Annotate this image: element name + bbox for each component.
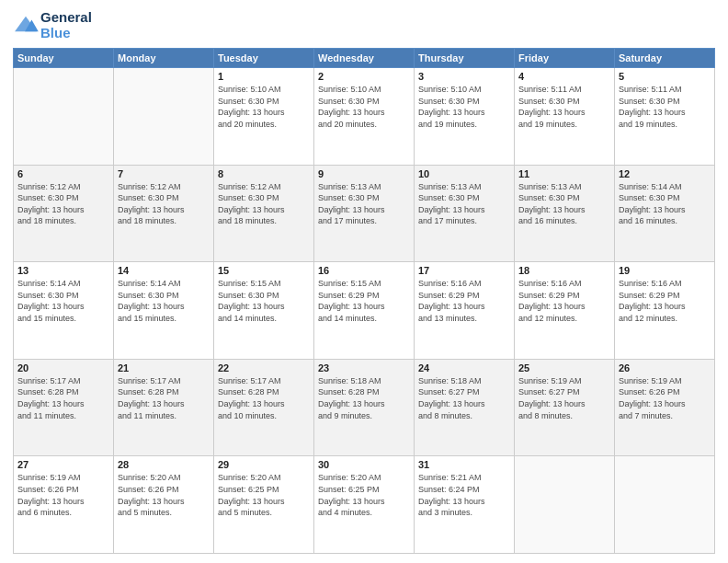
day-number: 7 [118,168,210,179]
day-content: Sunrise: 5:18 AM Sunset: 6:28 PM Dayligh… [318,375,410,421]
day-number: 4 [518,71,610,82]
day-number: 8 [218,168,310,179]
day-content: Sunrise: 5:12 AM Sunset: 6:30 PM Dayligh… [17,181,109,227]
calendar-cell: 24Sunrise: 5:18 AM Sunset: 6:27 PM Dayli… [415,359,515,456]
calendar-cell [615,456,715,554]
day-number: 26 [619,362,711,373]
day-number: 18 [518,265,610,276]
day-content: Sunrise: 5:17 AM Sunset: 6:28 PM Dayligh… [17,375,109,421]
day-content: Sunrise: 5:10 AM Sunset: 6:30 PM Dayligh… [218,84,310,130]
calendar-cell: 9Sunrise: 5:13 AM Sunset: 6:30 PM Daylig… [314,165,415,262]
calendar-cell: 23Sunrise: 5:18 AM Sunset: 6:28 PM Dayli… [314,359,415,456]
day-content: Sunrise: 5:11 AM Sunset: 6:30 PM Dayligh… [518,84,610,130]
calendar-cell: 14Sunrise: 5:14 AM Sunset: 6:30 PM Dayli… [114,262,214,360]
weekday-header-monday: Monday [114,49,214,68]
calendar-cell: 28Sunrise: 5:20 AM Sunset: 6:26 PM Dayli… [114,456,214,554]
day-content: Sunrise: 5:19 AM Sunset: 6:27 PM Dayligh… [518,375,610,421]
day-content: Sunrise: 5:19 AM Sunset: 6:26 PM Dayligh… [17,472,109,518]
calendar-cell: 11Sunrise: 5:13 AM Sunset: 6:30 PM Dayli… [515,165,615,262]
day-number: 3 [418,71,510,82]
calendar-cell: 17Sunrise: 5:16 AM Sunset: 6:29 PM Dayli… [415,262,515,360]
day-number: 5 [619,71,711,82]
day-number: 25 [518,362,610,373]
day-number: 28 [118,459,210,470]
weekday-header-thursday: Thursday [415,49,515,68]
day-number: 2 [318,71,410,82]
day-number: 1 [218,71,310,82]
day-content: Sunrise: 5:14 AM Sunset: 6:30 PM Dayligh… [118,278,210,324]
day-number: 9 [318,168,410,179]
day-content: Sunrise: 5:20 AM Sunset: 6:25 PM Dayligh… [218,472,310,518]
day-number: 22 [218,362,310,373]
calendar-cell: 8Sunrise: 5:12 AM Sunset: 6:30 PM Daylig… [214,165,314,262]
weekday-header-wednesday: Wednesday [314,49,415,68]
day-number: 12 [619,168,711,179]
week-row-3: 13Sunrise: 5:14 AM Sunset: 6:30 PM Dayli… [14,262,715,360]
day-content: Sunrise: 5:17 AM Sunset: 6:28 PM Dayligh… [218,375,310,421]
logo: General Blue [13,9,92,40]
calendar-cell [515,456,615,554]
calendar-cell: 15Sunrise: 5:15 AM Sunset: 6:30 PM Dayli… [214,262,314,360]
day-content: Sunrise: 5:20 AM Sunset: 6:26 PM Dayligh… [118,472,210,518]
day-number: 17 [418,265,510,276]
day-content: Sunrise: 5:14 AM Sunset: 6:30 PM Dayligh… [17,278,109,324]
calendar-cell: 29Sunrise: 5:20 AM Sunset: 6:25 PM Dayli… [214,456,314,554]
weekday-header-friday: Friday [515,49,615,68]
calendar-cell: 30Sunrise: 5:20 AM Sunset: 6:25 PM Dayli… [314,456,415,554]
week-row-5: 27Sunrise: 5:19 AM Sunset: 6:26 PM Dayli… [14,456,715,554]
calendar-cell [14,68,114,166]
logo-text: General Blue [40,9,92,40]
day-content: Sunrise: 5:10 AM Sunset: 6:30 PM Dayligh… [318,84,410,130]
week-row-2: 6Sunrise: 5:12 AM Sunset: 6:30 PM Daylig… [14,165,715,262]
day-content: Sunrise: 5:21 AM Sunset: 6:24 PM Dayligh… [418,472,510,518]
day-number: 27 [17,459,109,470]
day-content: Sunrise: 5:10 AM Sunset: 6:30 PM Dayligh… [418,84,510,130]
calendar-page: General Blue SundayMondayTuesdayWednesda… [0,0,728,563]
calendar-cell: 1Sunrise: 5:10 AM Sunset: 6:30 PM Daylig… [214,68,314,166]
calendar-cell: 12Sunrise: 5:14 AM Sunset: 6:30 PM Dayli… [615,165,715,262]
weekday-header-tuesday: Tuesday [214,49,314,68]
day-number: 16 [318,265,410,276]
calendar-cell: 16Sunrise: 5:15 AM Sunset: 6:29 PM Dayli… [314,262,415,360]
day-number: 23 [318,362,410,373]
day-content: Sunrise: 5:14 AM Sunset: 6:30 PM Dayligh… [619,181,711,227]
day-number: 11 [518,168,610,179]
day-content: Sunrise: 5:16 AM Sunset: 6:29 PM Dayligh… [518,278,610,324]
day-number: 15 [218,265,310,276]
day-number: 19 [619,265,711,276]
day-content: Sunrise: 5:12 AM Sunset: 6:30 PM Dayligh… [218,181,310,227]
day-content: Sunrise: 5:20 AM Sunset: 6:25 PM Dayligh… [318,472,410,518]
calendar-cell: 5Sunrise: 5:11 AM Sunset: 6:30 PM Daylig… [615,68,715,166]
weekday-header-sunday: Sunday [14,49,114,68]
day-number: 29 [218,459,310,470]
day-content: Sunrise: 5:13 AM Sunset: 6:30 PM Dayligh… [418,181,510,227]
calendar-cell: 22Sunrise: 5:17 AM Sunset: 6:28 PM Dayli… [214,359,314,456]
day-content: Sunrise: 5:15 AM Sunset: 6:30 PM Dayligh… [218,278,310,324]
calendar-cell: 13Sunrise: 5:14 AM Sunset: 6:30 PM Dayli… [14,262,114,360]
header: General Blue [13,9,715,40]
day-content: Sunrise: 5:18 AM Sunset: 6:27 PM Dayligh… [418,375,510,421]
day-content: Sunrise: 5:12 AM Sunset: 6:30 PM Dayligh… [118,181,210,227]
logo-icon [13,15,39,35]
day-number: 10 [418,168,510,179]
day-content: Sunrise: 5:13 AM Sunset: 6:30 PM Dayligh… [518,181,610,227]
calendar-cell: 6Sunrise: 5:12 AM Sunset: 6:30 PM Daylig… [14,165,114,262]
day-content: Sunrise: 5:17 AM Sunset: 6:28 PM Dayligh… [118,375,210,421]
day-content: Sunrise: 5:11 AM Sunset: 6:30 PM Dayligh… [619,84,711,130]
day-number: 31 [418,459,510,470]
week-row-4: 20Sunrise: 5:17 AM Sunset: 6:28 PM Dayli… [14,359,715,456]
day-number: 21 [118,362,210,373]
calendar-cell: 26Sunrise: 5:19 AM Sunset: 6:26 PM Dayli… [615,359,715,456]
weekday-header-saturday: Saturday [615,49,715,68]
day-content: Sunrise: 5:15 AM Sunset: 6:29 PM Dayligh… [318,278,410,324]
calendar-cell: 10Sunrise: 5:13 AM Sunset: 6:30 PM Dayli… [415,165,515,262]
calendar-cell: 21Sunrise: 5:17 AM Sunset: 6:28 PM Dayli… [114,359,214,456]
calendar-cell: 2Sunrise: 5:10 AM Sunset: 6:30 PM Daylig… [314,68,415,166]
calendar-cell: 19Sunrise: 5:16 AM Sunset: 6:29 PM Dayli… [615,262,715,360]
day-content: Sunrise: 5:16 AM Sunset: 6:29 PM Dayligh… [418,278,510,324]
calendar-cell: 7Sunrise: 5:12 AM Sunset: 6:30 PM Daylig… [114,165,214,262]
day-content: Sunrise: 5:19 AM Sunset: 6:26 PM Dayligh… [619,375,711,421]
calendar-cell [114,68,214,166]
day-number: 13 [17,265,109,276]
day-content: Sunrise: 5:16 AM Sunset: 6:29 PM Dayligh… [619,278,711,324]
